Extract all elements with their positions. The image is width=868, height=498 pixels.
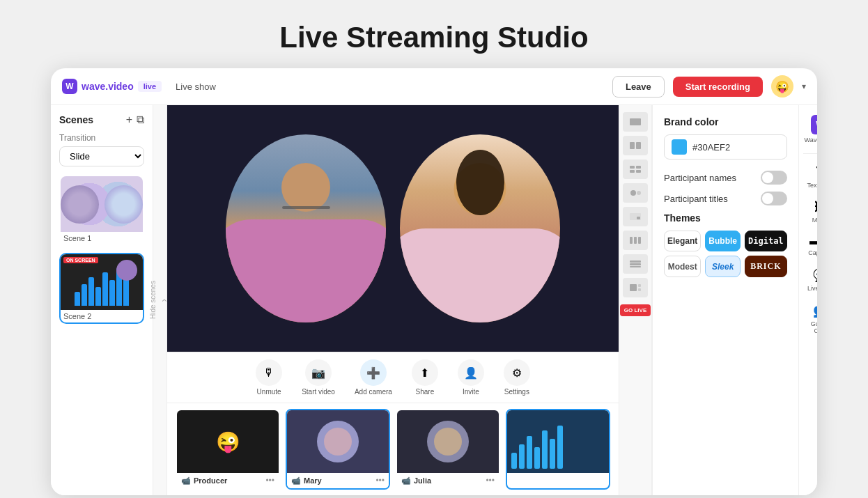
producer-footer: 📹 Producer ••• (177, 473, 279, 488)
start-video-label: Start video (302, 388, 335, 396)
transition-section: Transition Slide Fade Cut (59, 133, 144, 166)
color-hex: #30AEF2 (692, 142, 730, 153)
theme-bubble[interactable]: Bubble (705, 231, 741, 251)
start-recording-button[interactable]: Start recording (673, 77, 763, 97)
control-add-camera[interactable]: ➕ Add camera (355, 359, 392, 396)
mary-more-button[interactable]: ••• (375, 476, 385, 485)
brand-color-title: Brand color (664, 116, 787, 127)
julia-footer: 📹 Julia ••• (397, 473, 499, 488)
svg-rect-3 (630, 166, 635, 169)
hide-scenes-panel[interactable]: ‹ Hide scenes (153, 105, 167, 495)
right-icon-captions[interactable]: ▬▬ Captions (799, 231, 817, 260)
julia-video (397, 410, 499, 473)
theme-digital[interactable]: Digital (745, 231, 787, 251)
participant-card-julia[interactable]: 📹 Julia ••• (396, 409, 500, 490)
control-start-video[interactable]: 📷 Start video (302, 359, 335, 396)
chart-bar-4 (95, 287, 101, 306)
person-1-glasses (282, 206, 330, 209)
media-icon: 🖼 (814, 200, 817, 215)
julia-more-button[interactable]: ••• (486, 476, 495, 485)
live-chat-icon: 💬 (813, 267, 817, 283)
layout-pip[interactable] (623, 207, 648, 226)
brand-color-section: Brand color #30AEF2 (664, 116, 787, 159)
participant-titles-toggle[interactable] (761, 192, 787, 205)
control-share[interactable]: ⬆ Share (412, 359, 438, 396)
chart-thumbnail-card[interactable] (506, 409, 610, 490)
copy-scene-button[interactable]: ⧉ (137, 114, 144, 126)
svg-rect-15 (630, 263, 641, 265)
mini-bar-4 (534, 447, 540, 469)
layout-split[interactable] (623, 136, 648, 155)
participant-titles-label: Participant titles (664, 194, 728, 204)
scene-card-2[interactable]: ON SCREEN Scene 2 (59, 253, 144, 324)
captions-icon: ▬▬ (809, 235, 817, 247)
person-1 (226, 134, 386, 322)
theme-modest[interactable]: Modest (664, 256, 701, 277)
wave-video-logo-icon: W (811, 115, 817, 134)
right-icon-live-chat[interactable]: 💬 Live Chat (799, 263, 817, 296)
layout-circles-icon (628, 188, 642, 198)
person-2 (400, 134, 560, 322)
control-unmute[interactable]: 🎙 Unmute (256, 359, 282, 396)
right-icon-guests-chat[interactable]: 👥 Guests Chat (799, 299, 817, 339)
share-icon: ⬆ (412, 359, 438, 386)
header: W wave.video live Live show Leave Start … (51, 68, 817, 105)
participant-names-toggle[interactable] (761, 171, 787, 185)
scene-card-1[interactable]: Scene 1 (59, 175, 144, 246)
chart-bar-2 (82, 284, 87, 306)
app-container: W wave.video live Live show Leave Start … (51, 68, 817, 495)
layout-single-icon (628, 117, 642, 127)
svg-rect-17 (630, 284, 637, 291)
avatar-chevron[interactable]: ▾ (802, 81, 806, 91)
participant-names-label: Participant names (664, 173, 736, 183)
avatar-button[interactable]: 😜 (771, 75, 793, 98)
color-input-row[interactable]: #30AEF2 (664, 134, 787, 159)
svg-rect-19 (638, 288, 641, 291)
control-settings[interactable]: ⚙ Settings (504, 359, 530, 396)
add-scene-button[interactable]: + (126, 114, 132, 126)
julia-camera-icon: 📹 (401, 476, 411, 485)
themes-title: Themes (664, 212, 787, 224)
video-circles (167, 105, 619, 352)
mini-bar-1 (511, 453, 517, 469)
layout-2x2[interactable] (623, 159, 648, 179)
svg-rect-5 (630, 170, 635, 173)
theme-sleek[interactable]: Sleek (705, 256, 741, 277)
layout-3col[interactable] (623, 231, 648, 250)
layout-circles[interactable] (623, 183, 648, 203)
chart-thumbnail-video (507, 410, 609, 473)
text-style-label: Text Style (807, 182, 817, 189)
right-panel: Brand color #30AEF2 Participant names Pa… (652, 105, 798, 495)
transition-label: Transition (59, 133, 144, 143)
text-style-icon: T (816, 164, 817, 180)
theme-brick[interactable]: BRICK (745, 256, 787, 277)
svg-point-7 (630, 190, 636, 196)
leave-button[interactable]: Leave (612, 76, 665, 98)
svg-rect-14 (630, 260, 641, 263)
unmute-icon: 🎙 (256, 359, 282, 386)
page-title: Live Streaming Studio (279, 0, 588, 68)
right-icon-wave-video[interactable]: W Wave.video (799, 111, 817, 148)
layout-single[interactable] (623, 112, 648, 132)
participant-card-producer[interactable]: 😜 📹 Producer ••• (176, 409, 280, 490)
layout-3row[interactable] (623, 254, 648, 274)
invite-label: Invite (463, 388, 479, 396)
transition-select[interactable]: Slide Fade Cut (59, 146, 144, 166)
svg-rect-4 (636, 166, 641, 169)
producer-more-button[interactable]: ••• (265, 476, 274, 485)
theme-elegant[interactable]: Elegant (664, 231, 701, 251)
participant-card-mary[interactable]: 📹 Mary ••• (286, 409, 390, 490)
participant-titles-toggle-row: Participant titles (664, 192, 787, 205)
right-icon-text-style[interactable]: T Text Style (799, 159, 817, 193)
mini-bar-3 (527, 436, 532, 469)
control-invite[interactable]: 👤 Invite (458, 359, 484, 396)
video-circle-1 (226, 134, 386, 322)
go-live-button[interactable]: GO LIVE (620, 304, 651, 316)
layout-custom[interactable] (623, 278, 648, 297)
right-icon-media[interactable]: 🖼 Media (799, 196, 817, 228)
show-label: Live show (176, 81, 216, 92)
live-chat-label: Live Chat (807, 285, 817, 292)
scenes-title: Scenes (59, 114, 93, 125)
svg-rect-18 (638, 284, 641, 287)
add-camera-icon: ➕ (360, 359, 387, 386)
